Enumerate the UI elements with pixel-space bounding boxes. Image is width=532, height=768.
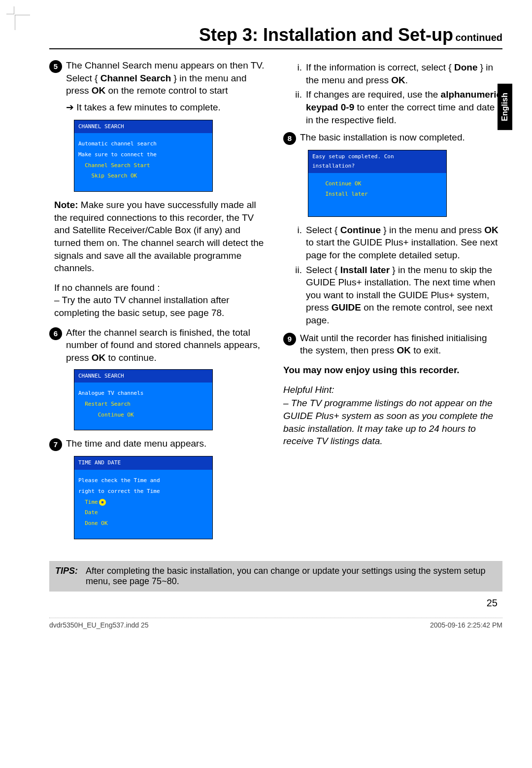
content-columns: 5 The Channel Search menu appears on the… [49,59,502,546]
step-number: 7 [49,438,62,451]
nav-icon [99,499,106,506]
page-number: 25 [49,597,498,609]
osd-channel-search-2: CHANNEL SEARCH Analogue TV channels Rest… [74,369,213,431]
step-5: 5 The Channel Search menu appears on the… [49,59,268,97]
osd-title: Easy setup completed. Coninstallation? [308,150,446,173]
footer: dvdr5350H_EU_Eng537.indd 25 2005-09-16 2… [49,618,502,629]
osd-body: Continue OK Install later [308,173,446,216]
step-number: 6 [49,327,62,340]
page-header: Step 3: Installation and Set-up continue… [49,25,502,49]
crop-mark [6,6,14,14]
crop-mark [15,15,30,30]
left-column: 5 The Channel Search menu appears on the… [49,59,268,546]
osd-body: Analogue TV channels Restart Search Cont… [74,383,212,430]
osd-title: CHANNEL SEARCH [74,120,212,134]
language-tab: English [498,84,512,130]
helpful-hint-label: Helpful Hint: [283,384,502,396]
right-column: i. If the information is correct, select… [283,59,502,546]
osd-body: Please check the Time and right to corre… [74,470,212,538]
tips-label: TIPS: [55,566,78,587]
step-body: After the channel search is finished, th… [66,326,268,364]
helpful-hint-body: – The TV programme listings do not appea… [283,397,502,448]
step-number: 9 [283,333,296,346]
step-7: 7 The time and date menu appears. [49,437,268,451]
enjoy-message: You may now enjoy using this recorder. [283,364,502,377]
page: Step 3: Installation and Set-up continue… [0,0,532,768]
step-number: 8 [283,132,296,145]
sub-item-i: i. If the information is correct, select… [288,61,502,86]
osd-body: Automatic channel search Make sure to co… [74,133,212,191]
osd-title: TIME AND DATE [74,456,212,470]
no-channels-block: If no channels are found : – Try the aut… [54,281,268,319]
tips-bar: TIPS: After completing the basic install… [49,561,502,592]
step-body: Wait until the recorder has finished ini… [300,332,502,357]
osd-channel-search-1: CHANNEL SEARCH Automatic channel search … [74,120,213,192]
footer-timestamp: 2005-09-16 2:25:42 PM [430,621,502,629]
osd-time-date: TIME AND DATE Please check the Time and … [74,456,213,539]
step-body: The basic installation is now completed. [300,131,502,145]
step-9: 9 Wait until the recorder has finished i… [283,332,502,357]
step-6: 6 After the channel search is finished, … [49,326,268,364]
sub-item-ii: ii. If changes are required, use the alp… [288,88,502,126]
page-title-continued: continued [455,32,502,43]
footer-file: dvdr5350H_EU_Eng537.indd 25 [49,621,149,629]
osd-title: CHANNEL SEARCH [74,370,212,383]
note-block: Note: Make sure you have successfully ma… [54,199,268,275]
step-body: The time and date menu appears. [66,437,268,451]
page-title: Step 3: Installation and Set-up [199,25,453,45]
step-5-result: It takes a few minutes to complete. [66,101,268,114]
step-body: The Channel Search menu appears on then … [66,59,268,97]
tips-text: After completing the basic installation,… [86,566,497,587]
sub-item-8-i: i. Select { Continue } in the menu and p… [288,224,502,262]
sub-item-8-ii: ii. Select { Install later } in the menu… [288,264,502,327]
osd-setup-complete: Easy setup completed. Coninstallation? C… [308,150,447,216]
step-number: 5 [49,60,62,73]
step-8: 8 The basic installation is now complete… [283,131,502,145]
